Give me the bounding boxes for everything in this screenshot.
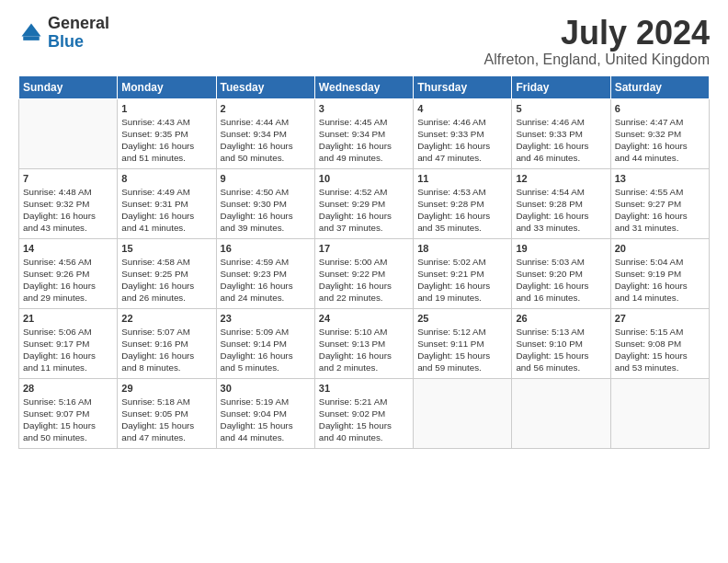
calendar-week-row: 1Sunrise: 4:43 AM Sunset: 9:35 PM Daylig… — [19, 98, 710, 168]
table-row: 26Sunrise: 5:13 AM Sunset: 9:10 PM Dayli… — [512, 308, 610, 378]
col-wednesday: Wednesday — [314, 75, 413, 98]
table-row: 30Sunrise: 5:19 AM Sunset: 9:04 PM Dayli… — [216, 378, 314, 448]
table-row: 9Sunrise: 4:50 AM Sunset: 9:30 PM Daylig… — [216, 168, 314, 238]
day-number: 25 — [417, 312, 507, 326]
table-row: 19Sunrise: 5:03 AM Sunset: 9:20 PM Dayli… — [512, 238, 610, 308]
day-number: 18 — [417, 242, 507, 256]
col-saturday: Saturday — [610, 75, 709, 98]
day-info: Sunrise: 4:50 AM Sunset: 9:30 PM Dayligh… — [221, 187, 311, 234]
day-info: Sunrise: 4:43 AM Sunset: 9:35 PM Dayligh… — [121, 117, 211, 164]
day-info: Sunrise: 4:47 AM Sunset: 9:32 PM Dayligh… — [615, 117, 705, 164]
table-row: 2Sunrise: 4:44 AM Sunset: 9:34 PM Daylig… — [216, 98, 314, 168]
day-info: Sunrise: 5:07 AM Sunset: 9:16 PM Dayligh… — [121, 327, 211, 373]
table-row: 6Sunrise: 4:47 AM Sunset: 9:32 PM Daylig… — [610, 98, 709, 168]
day-info: Sunrise: 5:04 AM Sunset: 9:19 PM Dayligh… — [615, 257, 705, 304]
day-number: 24 — [319, 312, 409, 326]
day-number: 20 — [615, 242, 705, 256]
page: General Blue July 2024 Alfreton, England… — [0, 0, 728, 563]
header-row: Sunday Monday Tuesday Wednesday Thursday… — [19, 75, 710, 98]
month-title: July 2024 — [484, 15, 710, 52]
day-info: Sunrise: 5:18 AM Sunset: 9:05 PM Dayligh… — [121, 396, 211, 443]
col-thursday: Thursday — [414, 75, 512, 98]
table-row: 16Sunrise: 4:59 AM Sunset: 9:23 PM Dayli… — [216, 238, 314, 308]
day-number: 26 — [516, 312, 606, 326]
table-row: 4Sunrise: 4:46 AM Sunset: 9:33 PM Daylig… — [414, 98, 512, 168]
day-number: 23 — [221, 312, 311, 326]
day-info: Sunrise: 5:13 AM Sunset: 9:10 PM Dayligh… — [516, 327, 606, 373]
day-info: Sunrise: 4:56 AM Sunset: 9:26 PM Dayligh… — [23, 257, 113, 304]
day-number: 29 — [121, 382, 211, 396]
day-number: 27 — [615, 312, 705, 326]
table-row: 27Sunrise: 5:15 AM Sunset: 9:08 PM Dayli… — [610, 308, 709, 378]
logo-icon — [18, 20, 44, 46]
table-row: 25Sunrise: 5:12 AM Sunset: 9:11 PM Dayli… — [414, 308, 512, 378]
day-number: 8 — [121, 172, 211, 186]
day-number: 1 — [121, 102, 211, 116]
day-info: Sunrise: 4:58 AM Sunset: 9:25 PM Dayligh… — [121, 257, 211, 304]
col-friday: Friday — [512, 75, 610, 98]
logo-blue: Blue — [48, 33, 109, 52]
day-number: 6 — [615, 102, 705, 116]
day-info: Sunrise: 5:03 AM Sunset: 9:20 PM Dayligh… — [516, 257, 606, 304]
day-number: 31 — [319, 382, 409, 396]
table-row: 24Sunrise: 5:10 AM Sunset: 9:13 PM Dayli… — [314, 308, 413, 378]
day-number: 21 — [23, 312, 113, 326]
table-row: 10Sunrise: 4:52 AM Sunset: 9:29 PM Dayli… — [314, 168, 413, 238]
table-row: 28Sunrise: 5:16 AM Sunset: 9:07 PM Dayli… — [19, 378, 118, 448]
day-number: 7 — [23, 172, 113, 186]
col-sunday: Sunday — [19, 75, 118, 98]
day-info: Sunrise: 5:00 AM Sunset: 9:22 PM Dayligh… — [319, 257, 409, 304]
day-info: Sunrise: 4:48 AM Sunset: 9:32 PM Dayligh… — [23, 187, 113, 234]
day-info: Sunrise: 4:54 AM Sunset: 9:28 PM Dayligh… — [516, 187, 606, 234]
table-row: 15Sunrise: 4:58 AM Sunset: 9:25 PM Dayli… — [118, 238, 216, 308]
logo-general: General — [48, 15, 109, 33]
day-info: Sunrise: 4:49 AM Sunset: 9:31 PM Dayligh… — [121, 187, 211, 234]
day-info: Sunrise: 4:44 AM Sunset: 9:34 PM Dayligh… — [221, 117, 311, 164]
day-info: Sunrise: 5:19 AM Sunset: 9:04 PM Dayligh… — [221, 396, 311, 443]
day-number: 22 — [121, 312, 211, 326]
day-number: 15 — [121, 242, 211, 256]
day-info: Sunrise: 5:16 AM Sunset: 9:07 PM Dayligh… — [23, 396, 113, 443]
svg-rect-1 — [23, 36, 40, 40]
table-row: 3Sunrise: 4:45 AM Sunset: 9:34 PM Daylig… — [314, 98, 413, 168]
table-row: 1Sunrise: 4:43 AM Sunset: 9:35 PM Daylig… — [118, 98, 216, 168]
table-row: 11Sunrise: 4:53 AM Sunset: 9:28 PM Dayli… — [414, 168, 512, 238]
table-row: 21Sunrise: 5:06 AM Sunset: 9:17 PM Dayli… — [19, 308, 118, 378]
day-number: 5 — [516, 102, 606, 116]
table-row: 14Sunrise: 4:56 AM Sunset: 9:26 PM Dayli… — [19, 238, 118, 308]
day-info: Sunrise: 5:21 AM Sunset: 9:02 PM Dayligh… — [319, 396, 409, 443]
day-number: 16 — [221, 242, 311, 256]
calendar-week-row: 28Sunrise: 5:16 AM Sunset: 9:07 PM Dayli… — [19, 378, 710, 448]
day-number: 19 — [516, 242, 606, 256]
day-info: Sunrise: 4:46 AM Sunset: 9:33 PM Dayligh… — [417, 117, 507, 164]
day-number: 4 — [417, 102, 507, 116]
day-number: 14 — [23, 242, 113, 256]
header: General Blue July 2024 Alfreton, England… — [18, 15, 710, 68]
calendar-table: Sunday Monday Tuesday Wednesday Thursday… — [18, 75, 710, 449]
calendar-week-row: 7Sunrise: 4:48 AM Sunset: 9:32 PM Daylig… — [19, 168, 710, 238]
table-row: 7Sunrise: 4:48 AM Sunset: 9:32 PM Daylig… — [19, 168, 118, 238]
table-row: 13Sunrise: 4:55 AM Sunset: 9:27 PM Dayli… — [610, 168, 709, 238]
table-row — [19, 98, 118, 168]
day-info: Sunrise: 5:02 AM Sunset: 9:21 PM Dayligh… — [417, 257, 507, 304]
col-monday: Monday — [118, 75, 216, 98]
logo: General Blue — [18, 15, 109, 52]
day-number: 30 — [221, 382, 311, 396]
day-number: 3 — [319, 102, 409, 116]
day-info: Sunrise: 5:12 AM Sunset: 9:11 PM Dayligh… — [417, 327, 507, 373]
day-info: Sunrise: 5:09 AM Sunset: 9:14 PM Dayligh… — [221, 327, 311, 373]
day-number: 11 — [417, 172, 507, 186]
day-number: 13 — [615, 172, 705, 186]
day-info: Sunrise: 4:59 AM Sunset: 9:23 PM Dayligh… — [221, 257, 311, 304]
table-row — [610, 378, 709, 448]
calendar-week-row: 14Sunrise: 4:56 AM Sunset: 9:26 PM Dayli… — [19, 238, 710, 308]
title-block: July 2024 Alfreton, England, United King… — [484, 15, 710, 68]
day-number: 17 — [319, 242, 409, 256]
table-row: 5Sunrise: 4:46 AM Sunset: 9:33 PM Daylig… — [512, 98, 610, 168]
calendar-week-row: 21Sunrise: 5:06 AM Sunset: 9:17 PM Dayli… — [19, 308, 710, 378]
col-tuesday: Tuesday — [216, 75, 314, 98]
logo-text: General Blue — [48, 15, 109, 52]
svg-marker-0 — [22, 23, 41, 36]
day-number: 12 — [516, 172, 606, 186]
table-row: 8Sunrise: 4:49 AM Sunset: 9:31 PM Daylig… — [118, 168, 216, 238]
